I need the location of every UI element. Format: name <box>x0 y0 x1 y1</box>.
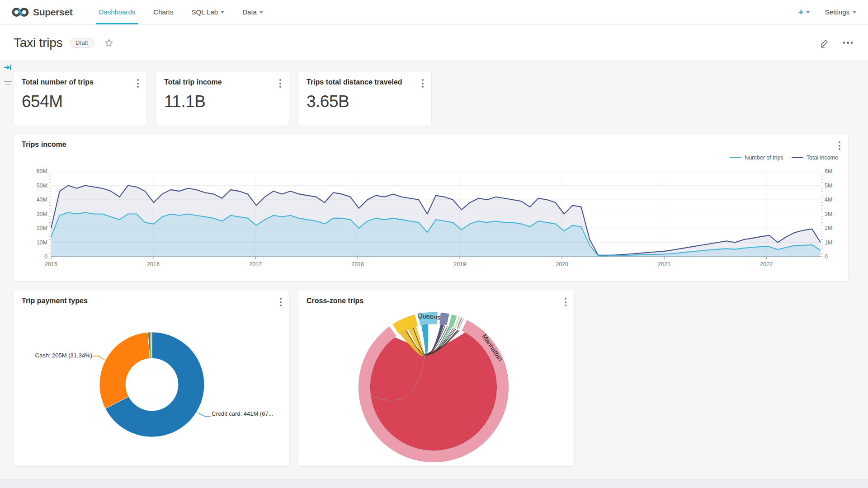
kpi-card-total-trips: Total number of trips 654M <box>14 71 146 126</box>
svg-text:2019: 2019 <box>453 261 466 267</box>
svg-text:6M: 6M <box>825 168 832 174</box>
brand-name: Superset <box>33 7 72 18</box>
bottom-strip <box>0 479 868 488</box>
pie-label-credit: Credit card: 441M (67... <box>212 410 274 417</box>
dashboard-header: Taxi trips Draft <box>0 25 868 61</box>
kpi-title: Total trip income <box>164 78 222 86</box>
chevron-down-icon <box>221 11 224 14</box>
chevron-down-icon <box>853 11 856 14</box>
chevron-down-icon <box>806 11 810 14</box>
donut-chart-canvas <box>14 290 289 466</box>
settings-menu[interactable]: Settings <box>825 8 856 16</box>
svg-text:20M: 20M <box>37 225 47 231</box>
more-actions-icon[interactable] <box>841 40 855 46</box>
superset-dashboard: Superset Dashboards Charts SQL Lab Data … <box>0 0 868 488</box>
kebab-menu-icon[interactable] <box>420 77 425 89</box>
chord-chart-canvas: QueensManhattan <box>298 290 574 466</box>
svg-text:4M: 4M <box>825 197 832 203</box>
svg-text:1M: 1M <box>825 239 832 246</box>
kpi-value: 11.1B <box>164 92 205 111</box>
svg-text:2M: 2M <box>825 225 832 231</box>
payment-types-chart-card: Trip payment types Cash: 205M (31.34%) C… <box>14 290 289 466</box>
new-item-button[interactable]: + <box>798 7 810 18</box>
svg-text:50M: 50M <box>37 183 47 189</box>
kpi-card-trip-income: Total trip income 11.1B <box>156 71 289 126</box>
svg-text:30M: 30M <box>37 211 47 217</box>
kebab-menu-icon[interactable] <box>135 77 141 89</box>
svg-text:2017: 2017 <box>249 261 262 267</box>
chevron-down-icon <box>259 11 263 14</box>
infinity-logo-icon <box>12 6 29 18</box>
svg-text:2022: 2022 <box>760 261 773 267</box>
filter-list-icon[interactable] <box>3 80 13 88</box>
favorite-star-icon[interactable] <box>104 38 114 48</box>
nav-data[interactable]: Data <box>233 0 272 24</box>
pie-label-cash: Cash: 205M (31.34%) <box>26 352 92 359</box>
page-title: Taxi trips <box>14 36 62 50</box>
edit-pencil-icon[interactable] <box>820 38 830 48</box>
svg-text:10M: 10M <box>37 239 47 246</box>
svg-text:0: 0 <box>825 253 828 260</box>
svg-text:2020: 2020 <box>556 261 568 267</box>
kpi-title: Total number of trips <box>22 78 94 86</box>
svg-text:2015: 2015 <box>45 261 57 267</box>
kpi-value: 654M <box>22 92 63 111</box>
top-nav: Superset Dashboards Charts SQL Lab Data … <box>0 0 868 24</box>
nav-sql-lab[interactable]: SQL Lab <box>183 0 234 24</box>
cross-zone-chart-card: Cross-zone trips QueensManhattan <box>298 290 574 466</box>
kpi-card-distance: Trips total distance traveled 3.65B <box>298 71 431 126</box>
nav-charts[interactable]: Charts <box>144 0 182 24</box>
svg-text:0: 0 <box>44 253 47 260</box>
kpi-value: 3.65B <box>307 92 349 111</box>
svg-text:2018: 2018 <box>351 261 364 267</box>
svg-text:2021: 2021 <box>658 261 670 267</box>
svg-text:2016: 2016 <box>147 261 160 267</box>
svg-text:60M: 60M <box>37 168 47 174</box>
kpi-title: Trips total distance traveled <box>307 78 402 86</box>
svg-text:40M: 40M <box>37 197 47 203</box>
superset-logo[interactable]: Superset <box>12 6 72 18</box>
svg-text:5M: 5M <box>825 183 832 189</box>
expand-filter-bar-icon[interactable] <box>4 63 13 73</box>
draft-badge: Draft <box>70 38 94 48</box>
timeseries-chart-canvas: 201520162017201820192020202120220010M1M2… <box>14 134 848 281</box>
svg-text:3M: 3M <box>825 211 832 217</box>
kebab-menu-icon[interactable] <box>278 77 283 89</box>
nav-dashboards[interactable]: Dashboards <box>90 0 144 24</box>
plus-icon: + <box>798 7 804 18</box>
trips-income-chart-card: Trips income Number of trips Total incom… <box>14 134 848 281</box>
